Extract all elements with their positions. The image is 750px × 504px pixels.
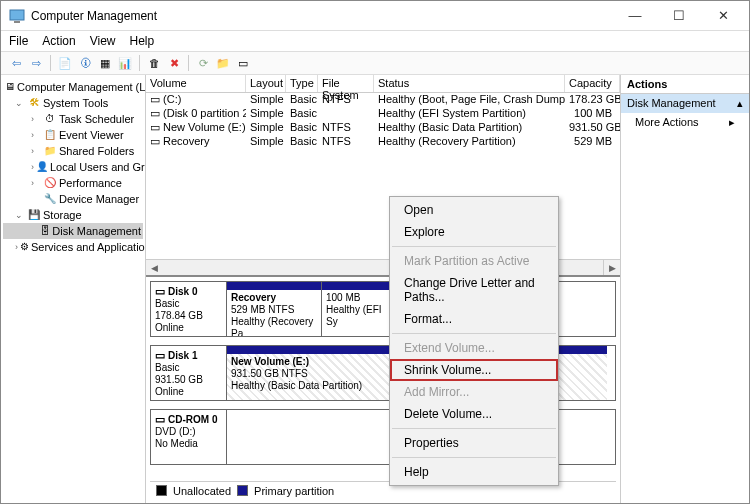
svg-rect-1 <box>14 21 20 23</box>
tree-device-manager[interactable]: 🔧Device Manager <box>3 191 143 207</box>
toolbar-icon[interactable]: ▦ <box>96 54 114 72</box>
ctx-add-mirror: Add Mirror... <box>390 381 558 403</box>
legend-unallocated: Unallocated <box>173 485 231 497</box>
scroll-right-icon[interactable]: ▶ <box>604 260 620 276</box>
toolbar: ⇦ ⇨ 📄 🛈 ▦ 📊 🗑 ✖ ⟳ 📁 ▭ <box>1 51 749 75</box>
legend-swatch-primary <box>237 485 248 496</box>
tree-storage[interactable]: ⌄💾Storage <box>3 207 143 223</box>
col-status[interactable]: Status <box>374 75 565 92</box>
scroll-left-icon[interactable]: ◀ <box>146 260 162 276</box>
svg-rect-0 <box>10 10 24 20</box>
toolbar-icon[interactable]: 📊 <box>116 54 134 72</box>
toolbar-icon[interactable]: 📄 <box>56 54 74 72</box>
ctx-mark-active: Mark Partition as Active <box>390 250 558 272</box>
app-window: Computer Management — ☐ ✕ File Action Vi… <box>0 0 750 504</box>
col-layout[interactable]: Layout <box>246 75 286 92</box>
chevron-right-icon: ▸ <box>729 116 735 129</box>
nav-tree: 🖥Computer Management (Local) ⌄🛠System To… <box>1 75 146 503</box>
collapse-icon: ▴ <box>737 97 743 110</box>
ctx-delete-volume[interactable]: Delete Volume... <box>390 403 558 425</box>
toolbar-icon[interactable]: 🛈 <box>76 54 94 72</box>
col-capacity[interactable]: Capacity <box>565 75 620 92</box>
volume-list-header: Volume Layout Type File System Status Ca… <box>146 75 620 93</box>
toolbar-icon[interactable]: ⟳ <box>194 54 212 72</box>
maximize-button[interactable]: ☐ <box>661 4 697 28</box>
tree-task-scheduler[interactable]: ›⏱Task Scheduler <box>3 111 143 127</box>
col-type[interactable]: Type <box>286 75 318 92</box>
volume-row[interactable]: ▭ (Disk 0 partition 2)SimpleBasicHealthy… <box>146 107 620 121</box>
titlebar: Computer Management — ☐ ✕ <box>1 1 749 31</box>
ctx-properties[interactable]: Properties <box>390 432 558 454</box>
tree-local-users[interactable]: ›👤Local Users and Groups <box>3 159 143 175</box>
menu-file[interactable]: File <box>9 34 28 48</box>
ctx-help[interactable]: Help <box>390 461 558 483</box>
ctx-change-letter[interactable]: Change Drive Letter and Paths... <box>390 272 558 308</box>
tree-root[interactable]: 🖥Computer Management (Local) <box>3 79 143 95</box>
partition[interactable]: Recovery529 MB NTFSHealthy (Recovery Pa <box>227 282 322 336</box>
ctx-format[interactable]: Format... <box>390 308 558 330</box>
window-title: Computer Management <box>31 9 617 23</box>
context-menu: Open Explore Mark Partition as Active Ch… <box>389 196 559 486</box>
actions-more[interactable]: More Actions▸ <box>621 113 749 132</box>
tree-services-apps[interactable]: ›⚙Services and Applications <box>3 239 143 255</box>
partition[interactable]: 100 MBHealthy (EFI Sy <box>322 282 397 336</box>
menubar: File Action View Help <box>1 31 749 51</box>
menu-action[interactable]: Action <box>42 34 75 48</box>
legend-swatch-unallocated <box>156 485 167 496</box>
volume-row[interactable]: ▭ New Volume (E:)SimpleBasicNTFSHealthy … <box>146 121 620 135</box>
tree-shared-folders[interactable]: ›📁Shared Folders <box>3 143 143 159</box>
volume-row[interactable]: ▭ RecoverySimpleBasicNTFSHealthy (Recove… <box>146 135 620 149</box>
forward-icon[interactable]: ⇨ <box>27 54 45 72</box>
tree-system-tools[interactable]: ⌄🛠System Tools <box>3 95 143 111</box>
toolbar-icon[interactable]: 📁 <box>214 54 232 72</box>
volume-row[interactable]: ▭ (C:)SimpleBasicNTFSHealthy (Boot, Page… <box>146 93 620 107</box>
toolbar-icon[interactable]: 🗑 <box>145 54 163 72</box>
legend-primary: Primary partition <box>254 485 334 497</box>
delete-icon[interactable]: ✖ <box>165 54 183 72</box>
disk-info[interactable]: ▭Disk 0Basic178.84 GBOnline <box>151 282 227 336</box>
app-icon <box>9 8 25 24</box>
ctx-extend-volume: Extend Volume... <box>390 337 558 359</box>
tree-performance[interactable]: ›🚫Performance <box>3 175 143 191</box>
disk-info[interactable]: ▭CD-ROM 0DVD (D:)No Media <box>151 410 227 464</box>
actions-section[interactable]: Disk Management▴ <box>621 94 749 113</box>
menu-help[interactable]: Help <box>130 34 155 48</box>
tree-event-viewer[interactable]: ›📋Event Viewer <box>3 127 143 143</box>
actions-header: Actions <box>621 75 749 94</box>
back-icon[interactable]: ⇦ <box>7 54 25 72</box>
ctx-explore[interactable]: Explore <box>390 221 558 243</box>
ctx-open[interactable]: Open <box>390 199 558 221</box>
close-button[interactable]: ✕ <box>705 4 741 28</box>
ctx-shrink-volume[interactable]: Shrink Volume... <box>390 359 558 381</box>
tree-disk-management[interactable]: 🗄Disk Management <box>3 223 143 239</box>
col-volume[interactable]: Volume <box>146 75 246 92</box>
actions-panel: Actions Disk Management▴ More Actions▸ <box>621 75 749 503</box>
toolbar-icon[interactable]: ▭ <box>234 54 252 72</box>
menu-view[interactable]: View <box>90 34 116 48</box>
col-filesystem[interactable]: File System <box>318 75 374 92</box>
disk-info[interactable]: ▭Disk 1Basic931.50 GBOnline <box>151 346 227 400</box>
minimize-button[interactable]: — <box>617 4 653 28</box>
